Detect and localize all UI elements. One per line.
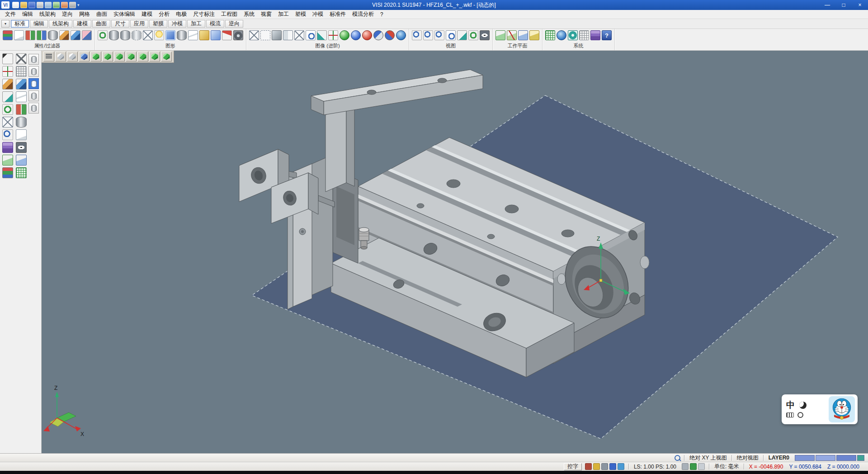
menu-item-17[interactable]: 冲模 [309,9,326,19]
menu-item-7[interactable]: 实体编辑 [110,9,138,19]
show-solids-icon[interactable] [109,30,119,40]
show-edges-icon[interactable] [143,30,153,40]
filter-wireframe-icon[interactable] [28,66,39,77]
min-radius-analysis-icon[interactable] [340,30,349,40]
workplane-align-icon[interactable] [507,30,517,40]
options-icon[interactable] [69,2,76,8]
edit-layer-icon[interactable] [71,30,80,40]
tab-dropdown-button[interactable]: ▾ [1,20,9,28]
maximize-button[interactable]: □ [835,0,852,10]
screen-capture-icon[interactable] [233,30,243,40]
help-icon[interactable] [609,463,616,470]
menu-item-19[interactable]: 模流分析 [349,9,377,19]
filter-surfaces-icon[interactable] [28,78,39,89]
render-edges-icon[interactable] [294,30,304,40]
regen-display-icon[interactable] [2,104,13,115]
pan-tool-icon[interactable] [2,91,13,102]
curvature-analysis-icon[interactable] [362,30,372,40]
view-shade-toggle[interactable] [55,52,66,62]
solid-primitive-icon[interactable] [16,117,27,128]
system-settings-icon[interactable] [568,30,578,40]
pan-view-icon[interactable] [457,30,467,40]
zoom-tool-icon[interactable] [2,129,13,140]
menu-item-10[interactable]: 电极 [173,9,190,19]
regenerate-icon[interactable] [98,30,108,40]
plot-icon[interactable] [53,2,60,8]
view-iso-nw-button[interactable] [102,52,113,62]
zoom-out-icon[interactable] [423,30,433,40]
tab-9[interactable]: 冲模 [168,20,186,28]
save-icon[interactable] [28,2,35,8]
view-menu-button[interactable] [43,52,54,62]
snap-settings-icon[interactable] [16,66,27,77]
close-button[interactable]: × [852,0,868,10]
ime-language-indicator[interactable]: 中 [786,401,795,409]
view-mode-indicator[interactable]: 绝对 XY 上视图 [686,454,730,462]
snap-grid-icon[interactable] [579,30,589,40]
plane-xz-icon[interactable] [16,155,27,166]
render-analysis-icon[interactable] [306,30,316,40]
layer-manager-icon[interactable] [590,30,600,40]
layer-color-3[interactable] [836,455,856,461]
menu-item-11[interactable]: 尺寸标注 [190,9,218,19]
menu-item-14[interactable]: 视窗 [258,9,275,19]
view-top-button[interactable] [79,52,90,62]
render-hidden-line-icon[interactable] [260,30,270,40]
tab-4[interactable]: 建模 [73,20,91,28]
workplane-list-icon[interactable] [529,30,539,40]
view-front-button[interactable] [137,52,148,62]
tab-5[interactable]: 曲面 [92,20,110,28]
view-iso-sw-button[interactable] [126,52,137,62]
layer-color-4[interactable] [857,455,864,461]
layer-color-2[interactable] [816,455,835,461]
render-wireframe-icon[interactable] [249,30,259,40]
quick-access-dropdown-icon[interactable]: ▾ [77,3,80,7]
minimize-button[interactable]: — [819,0,835,10]
lock-icon[interactable] [682,463,689,470]
visibility-icon[interactable] [16,142,27,153]
print-icon[interactable] [37,2,43,8]
copy-graphics-icon[interactable] [188,30,198,40]
menu-item-8[interactable]: 建模 [138,9,156,19]
3d-viewport[interactable]: Z Z X 中 [42,51,868,453]
menu-item-6[interactable]: 曲面 [93,9,110,19]
new-file-icon[interactable] [12,2,19,8]
show-surfaces-icon[interactable] [120,30,130,40]
dynamic-section-icon[interactable] [317,30,327,40]
filter-solids-icon[interactable] [48,30,58,40]
info-icon[interactable] [618,463,624,470]
ime-settings-icon[interactable] [797,412,803,418]
grid-toggle-icon[interactable] [16,167,27,178]
tab-8[interactable]: 塑膜 [149,20,167,28]
swap-solid-icon[interactable] [37,30,47,40]
highlight-box-icon[interactable] [199,30,209,40]
menu-item-15[interactable]: 加工 [275,9,292,19]
tab-10[interactable]: 加工 [187,20,205,28]
titlebar[interactable]: VI ▾ VISI 2020.1 SU1947 - HFZ16_CL_+_.wk… [0,0,868,10]
section-pie-icon[interactable] [373,30,383,40]
menu-item-1[interactable]: 文件 [2,9,19,19]
plane-xy-icon[interactable] [2,155,13,166]
edit-attributes-icon[interactable] [59,30,69,40]
menu-item-20[interactable]: ? [377,10,387,19]
render-mixed-icon[interactable] [283,30,293,40]
view-manager-icon[interactable] [480,30,490,40]
axis-display-icon[interactable] [328,30,338,40]
ime-moon-icon[interactable] [799,402,807,409]
status-zoom-icon[interactable] [675,455,680,461]
axes-tool-icon[interactable] [2,66,13,77]
filter-groups-icon[interactable] [28,103,39,114]
undo-icon[interactable] [61,2,68,8]
tab-2[interactable]: 编辑 [30,20,48,28]
zoom-previous-icon[interactable] [446,30,456,40]
system-globe-icon[interactable] [557,30,566,40]
image-icon[interactable] [593,463,600,470]
workplane-create-icon[interactable] [495,30,505,40]
workplane-origin-icon[interactable] [518,30,528,40]
view-iso-ne-button[interactable] [90,52,101,62]
print-preview-icon[interactable] [45,2,52,8]
calculator-icon[interactable] [698,463,705,470]
tools-icon[interactable] [601,463,608,470]
tab-1[interactable]: 标准 [11,20,29,28]
absolute-view-indicator[interactable]: 绝对视图 [733,454,762,462]
